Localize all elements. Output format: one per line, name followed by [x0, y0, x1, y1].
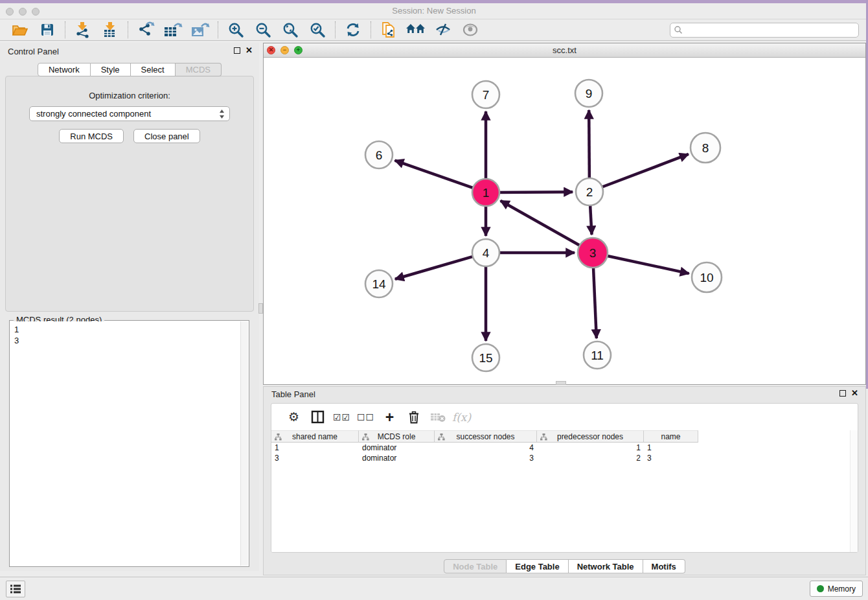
cell-name[interactable]: 1: [644, 443, 698, 452]
delete-table-button[interactable]: [426, 408, 450, 427]
tab-mcds[interactable]: MCDS: [176, 63, 222, 76]
attribute-tree-icon: [438, 433, 445, 443]
cell-successor-nodes[interactable]: 3: [435, 454, 537, 463]
deselect-all-columns-button[interactable]: ☐☐: [354, 408, 378, 427]
task-history-button[interactable]: [6, 581, 25, 597]
cell-successor-nodes[interactable]: 4: [435, 443, 537, 452]
cell-name[interactable]: 3: [644, 454, 698, 463]
attribute-tree-icon: [540, 433, 547, 443]
graph-edge-3-1[interactable]: [501, 201, 581, 246]
graph-edge-2-8[interactable]: [601, 154, 689, 187]
zoom-in-button[interactable]: [222, 20, 249, 40]
status-bar: Memory: [0, 577, 868, 600]
network-window-titlebar[interactable]: ✕ − + scc.txt: [264, 43, 865, 58]
show-columns-button[interactable]: [306, 408, 330, 427]
optimization-criterion-select[interactable]: strongly connected component: [29, 106, 230, 121]
column-header-predecessor-nodes[interactable]: predecessor nodes: [537, 430, 644, 443]
run-mcds-button[interactable]: Run MCDS: [59, 129, 124, 143]
column-header-successor-nodes[interactable]: successor nodes: [435, 430, 537, 443]
function-builder-button[interactable]: f(x): [450, 408, 474, 427]
graph-edge-4-14[interactable]: [395, 256, 474, 279]
tab-select[interactable]: Select: [131, 63, 176, 76]
tab-style[interactable]: Style: [91, 63, 131, 76]
export-image-button[interactable]: [187, 20, 214, 40]
home-icon: [405, 23, 426, 37]
graph-edge-3-11[interactable]: [593, 266, 597, 338]
mcds-result-list[interactable]: 1 3: [10, 321, 240, 566]
tab-edge-table[interactable]: Edge Table: [507, 559, 568, 573]
close-panel-button[interactable]: Close panel: [133, 129, 200, 143]
export-network-icon: [137, 21, 155, 38]
open-session-button[interactable]: [6, 20, 34, 40]
graph-node-label-10: 10: [700, 271, 713, 284]
memory-button[interactable]: Memory: [810, 581, 863, 597]
eye-button[interactable]: [457, 20, 484, 40]
export-table-button[interactable]: [159, 20, 187, 40]
mcds-result-item: 1: [14, 324, 240, 335]
tab-network-table[interactable]: Network Table: [569, 559, 643, 573]
refresh-button[interactable]: [339, 20, 367, 40]
cell-mcds-role[interactable]: dominator: [359, 443, 435, 452]
graph-edge-2-3[interactable]: [590, 204, 592, 235]
float-table-panel-icon[interactable]: [839, 390, 846, 397]
zoom-fit-button[interactable]: [277, 20, 304, 40]
zoom-out-button[interactable]: [249, 20, 277, 40]
table-row[interactable]: 1 dominator 4 1 1: [271, 443, 858, 453]
table-row[interactable]: 3 dominator 3 2 3: [271, 453, 858, 463]
toggle-hide-panel-button[interactable]: [429, 20, 457, 40]
add-row-button[interactable]: +: [378, 408, 402, 427]
table-panel-tabs: Node Table Edge Table Network Table Moti…: [264, 559, 865, 573]
graph-node-label-14: 14: [372, 277, 386, 291]
search-field-container: [670, 23, 859, 38]
table-panel-title: Table Panel: [271, 389, 315, 399]
tab-motifs[interactable]: Motifs: [643, 559, 685, 573]
import-network-button[interactable]: [69, 20, 97, 40]
save-session-button[interactable]: [34, 20, 61, 40]
select-arrows-icon: [219, 109, 225, 121]
delete-row-button[interactable]: [402, 408, 426, 427]
graph-edge-3-10[interactable]: [606, 255, 689, 273]
column-header-name[interactable]: name: [644, 430, 698, 443]
select-all-columns-button[interactable]: ☑☑: [330, 408, 354, 427]
tab-node-table[interactable]: Node Table: [444, 559, 507, 573]
selected-option-label: strongly connected component: [36, 109, 151, 119]
save-floppy-icon: [40, 23, 54, 37]
float-panel-icon[interactable]: [234, 47, 240, 54]
toolbar-separator: [128, 21, 128, 38]
home-button[interactable]: [402, 20, 429, 40]
column-header-shared-name[interactable]: shared name: [271, 430, 359, 443]
table-scrollbar[interactable]: [850, 430, 858, 552]
export-network-button[interactable]: [132, 20, 159, 40]
cell-shared-name[interactable]: 1: [271, 443, 359, 452]
node-table: shared name MCDS role successor nodes: [271, 430, 858, 552]
node-table-container: ⚙ ☑☑ ☐☐ +: [271, 403, 858, 553]
duplicate-network-button[interactable]: [375, 20, 402, 40]
zoom-selected-button[interactable]: [304, 20, 331, 40]
graph-edge-1-6[interactable]: [395, 161, 475, 189]
close-panel-icon[interactable]: ✕: [246, 47, 253, 54]
column-header-mcds-role[interactable]: MCDS role: [359, 430, 435, 443]
cell-predecessor-nodes[interactable]: 2: [537, 454, 644, 463]
close-table-panel-icon[interactable]: ✕: [851, 390, 858, 397]
memory-label: Memory: [828, 584, 856, 594]
graph-edge-2-9[interactable]: [589, 110, 589, 179]
import-network-icon: [74, 21, 91, 38]
vertical-splitter-grip[interactable]: [258, 303, 263, 314]
import-table-button[interactable]: [97, 20, 124, 40]
result-scrollbar[interactable]: [240, 321, 248, 566]
network-canvas[interactable]: 1234678910111415: [264, 58, 865, 384]
table-settings-button[interactable]: ⚙: [282, 408, 306, 427]
horizontal-splitter-grip[interactable]: [556, 381, 566, 385]
network-graph: 1234678910111415: [264, 58, 865, 384]
zoom-in-icon: [228, 22, 244, 38]
cell-predecessor-nodes[interactable]: 1: [537, 443, 644, 452]
graph-edge-1-2[interactable]: [498, 192, 573, 192]
graph-node-label-2: 2: [586, 185, 593, 199]
graph-node-label-15: 15: [479, 351, 492, 365]
table-panel: Table Panel ✕ ⚙ ☑☑ ☐☐ +: [263, 386, 866, 575]
cell-shared-name[interactable]: 3: [271, 454, 359, 463]
cell-mcds-role[interactable]: dominator: [359, 454, 435, 463]
plus-icon: +: [385, 411, 394, 424]
tab-network[interactable]: Network: [38, 63, 91, 76]
search-input[interactable]: [670, 23, 859, 38]
